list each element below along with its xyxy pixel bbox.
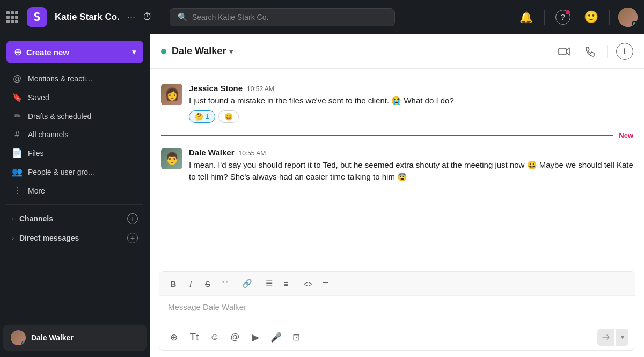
send-options-button[interactable]: ▾ bbox=[616, 329, 628, 346]
user-name-sidebar: Dale Walker bbox=[31, 333, 74, 342]
sidebar-section-dm[interactable]: › Direct messages + bbox=[3, 228, 147, 248]
info-button[interactable]: i bbox=[616, 43, 633, 60]
sidebar-item-more[interactable]: ⋮ More bbox=[3, 181, 147, 200]
user-avatar-top[interactable] bbox=[618, 8, 638, 27]
user-online-indicator bbox=[632, 21, 637, 26]
sidebar-item-label: Saved bbox=[28, 93, 49, 102]
info-icon: i bbox=[624, 47, 626, 56]
video-message-button[interactable]: ▶ bbox=[247, 329, 264, 345]
audio-message-button[interactable]: 🎤 bbox=[268, 329, 284, 345]
reaction-thinking[interactable]: 🤔 1 bbox=[189, 110, 215, 123]
message-avatar: 👨 bbox=[161, 148, 182, 169]
svg-rect-0 bbox=[559, 48, 566, 55]
message-header: Dale Walker 10:55 AM bbox=[189, 148, 633, 157]
ordered-list-button[interactable]: ☰ bbox=[261, 276, 276, 291]
add-attachment-button[interactable]: ⊕ bbox=[166, 329, 182, 345]
sidebar-item-label: Drafts & scheduled bbox=[28, 112, 91, 121]
workspace-more-button[interactable]: ··· bbox=[127, 11, 135, 23]
message-header: Jessica Stone 10:52 AM bbox=[189, 84, 633, 93]
file-icon: 📄 bbox=[12, 148, 23, 158]
mention-button[interactable]: @ bbox=[227, 329, 243, 345]
user-online-dot-sidebar bbox=[21, 341, 26, 345]
quote-button[interactable]: " " bbox=[217, 276, 232, 291]
bookmark-icon: 🔖 bbox=[12, 92, 23, 102]
create-new-button[interactable]: ⊕ Create new ▾ bbox=[6, 41, 143, 63]
chat-area: Dale Walker ▾ i bbox=[150, 34, 644, 357]
emoji-status-button[interactable]: 🙂 bbox=[581, 8, 601, 27]
search-container: 🔍 bbox=[170, 8, 395, 26]
emoji-icon: 🙂 bbox=[584, 10, 598, 24]
shortcuts-button[interactable]: ⊡ bbox=[288, 329, 304, 345]
topbar-divider-1 bbox=[544, 10, 545, 25]
emoji-button[interactable]: ☺ bbox=[207, 329, 223, 345]
add-channel-button[interactable]: + bbox=[127, 213, 138, 224]
sidebar-item-mentions[interactable]: @ Mentions & reacti... bbox=[3, 70, 147, 88]
user-avatar-sidebar bbox=[11, 330, 26, 345]
sidebar-item-files[interactable]: 📄 Files bbox=[3, 144, 147, 162]
send-message-button[interactable] bbox=[597, 329, 614, 346]
strikethrough-button[interactable]: S bbox=[200, 276, 215, 291]
workspace-logo[interactable]: S bbox=[27, 7, 47, 27]
sidebar-item-drafts[interactable]: ✏ Drafts & scheduled bbox=[3, 107, 147, 125]
add-dm-button[interactable]: + bbox=[127, 233, 138, 243]
new-messages-label: New bbox=[619, 131, 633, 139]
phone-icon bbox=[584, 46, 595, 57]
channels-chevron-icon: › bbox=[12, 215, 14, 222]
indent-button[interactable]: ≣ bbox=[318, 276, 333, 291]
main-layout: ⊕ Create new ▾ @ Mentions & reacti... 🔖 … bbox=[0, 34, 644, 357]
topbar-divider-2 bbox=[609, 10, 610, 25]
message-author: Dale Walker bbox=[189, 148, 235, 157]
italic-button[interactable]: I bbox=[183, 276, 198, 291]
sidebar-section-channels[interactable]: › Channels + bbox=[3, 209, 147, 228]
create-new-chevron: ▾ bbox=[132, 48, 136, 56]
composer-bottom-toolbar: ⊕ Tt ☺ @ ▶ 🎤 ⊡ ▾ bbox=[159, 324, 635, 350]
dm-section-label: Direct messages bbox=[19, 234, 122, 242]
chat-contact-name[interactable]: Dale Walker ▾ bbox=[172, 46, 233, 57]
sidebar-item-label: More bbox=[28, 187, 45, 195]
more-dots-icon: ⋮ bbox=[12, 185, 23, 196]
contact-status-indicator bbox=[161, 49, 166, 54]
dm-chevron-icon: › bbox=[12, 234, 14, 242]
history-button[interactable]: ⏱ bbox=[143, 11, 152, 23]
help-button[interactable]: ? bbox=[553, 8, 573, 27]
people-icon: 👥 bbox=[12, 167, 23, 177]
search-icon: 🔍 bbox=[178, 12, 188, 22]
workspace-name: Katie Stark Co. bbox=[55, 12, 120, 23]
code-button[interactable]: <> bbox=[301, 276, 316, 291]
sidebar-item-label: People & user gro... bbox=[28, 168, 94, 176]
toolbar-divider bbox=[258, 279, 258, 288]
bold-button[interactable]: B bbox=[166, 276, 181, 291]
grid-menu-button[interactable] bbox=[6, 11, 19, 23]
notifications-button[interactable]: 🔔 bbox=[516, 8, 536, 27]
sidebar-item-all-channels[interactable]: # All channels bbox=[3, 125, 147, 144]
message-row: 👨 Dale Walker 10:55 AM I mean. I'd say y… bbox=[150, 144, 644, 188]
header-divider bbox=[607, 45, 608, 58]
user-profile-item[interactable]: Dale Walker bbox=[3, 325, 147, 351]
text-format-button[interactable]: Tt bbox=[186, 329, 202, 345]
message-placeholder: Message Dale Walker bbox=[168, 302, 246, 311]
composer-toolbar: B I S " " 🔗 ☰ ≡ <> ≣ bbox=[159, 272, 635, 296]
sidebar-item-label: Files bbox=[28, 149, 44, 158]
video-call-button[interactable] bbox=[555, 43, 573, 60]
reaction-add-button[interactable]: 😄 bbox=[218, 110, 239, 123]
search-input[interactable] bbox=[192, 13, 387, 21]
unordered-list-button[interactable]: ≡ bbox=[279, 276, 294, 291]
message-text: I just found a mistake in the files we'v… bbox=[189, 95, 633, 107]
toolbar-divider bbox=[236, 279, 236, 288]
sidebar-item-saved[interactable]: 🔖 Saved bbox=[3, 88, 147, 107]
plus-icon: ⊕ bbox=[14, 46, 22, 58]
topbar-actions: 🔔 ? 🙂 bbox=[516, 8, 638, 27]
contact-name-chevron: ▾ bbox=[229, 47, 233, 56]
new-messages-divider: New bbox=[161, 131, 633, 139]
send-button-group: ▾ bbox=[597, 329, 628, 346]
message-avatar: 👩 bbox=[161, 84, 182, 105]
sidebar-item-people[interactable]: 👥 People & user gro... bbox=[3, 162, 147, 181]
link-button[interactable]: 🔗 bbox=[239, 276, 254, 291]
channels-section-label: Channels bbox=[19, 214, 122, 223]
create-new-label: Create new bbox=[26, 48, 69, 57]
message-body: Jessica Stone 10:52 AM I just found a mi… bbox=[189, 84, 633, 123]
phone-call-button[interactable] bbox=[581, 43, 598, 60]
message-time: 10:55 AM bbox=[239, 150, 266, 157]
video-icon bbox=[558, 47, 570, 56]
message-input-area[interactable]: Message Dale Walker bbox=[159, 296, 635, 324]
